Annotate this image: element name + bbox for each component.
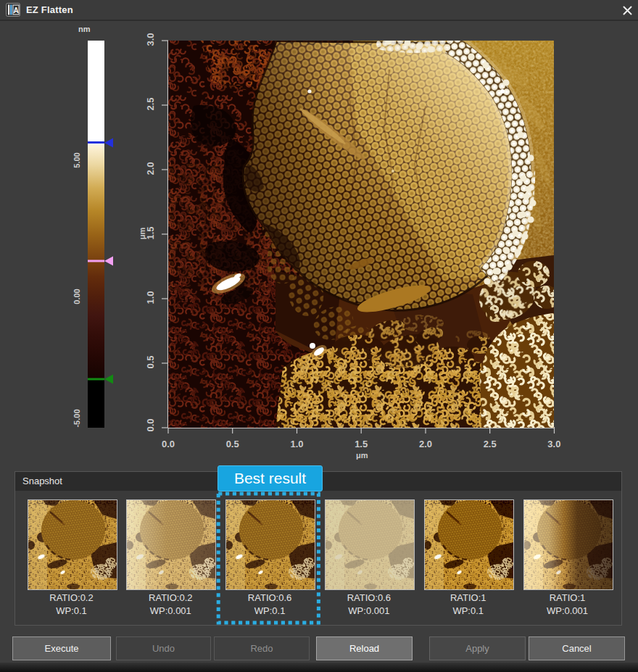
svg-text:A: A — [13, 7, 18, 14]
